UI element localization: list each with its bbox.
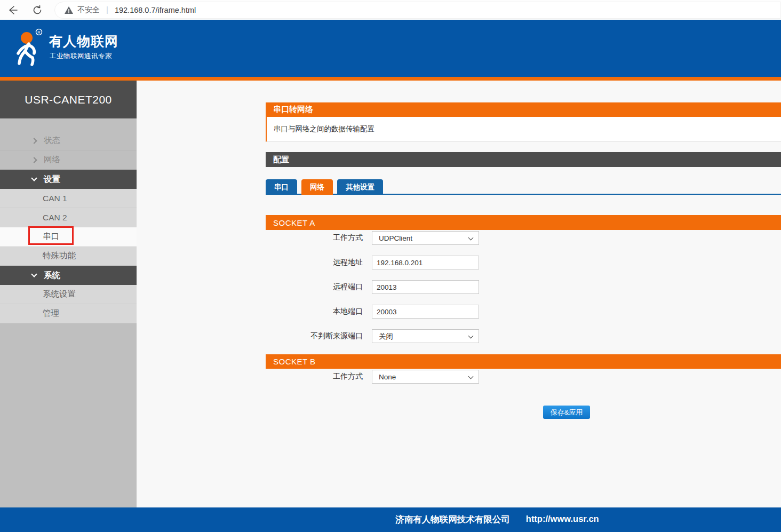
- sidebar-item-management[interactable]: 管理: [0, 304, 137, 323]
- back-icon[interactable]: [7, 5, 18, 15]
- sidebar-item-label: 系统设置: [43, 289, 76, 300]
- brand-title: 有人物联网: [49, 33, 118, 50]
- source-port-check-select[interactable]: 关闭: [372, 329, 479, 343]
- sidebar-item-serial[interactable]: 串口: [0, 227, 137, 247]
- page-title: 串口转网络: [273, 105, 313, 115]
- work-mode-label: 工作方式: [266, 233, 363, 243]
- tab-serial[interactable]: 串口: [266, 179, 297, 195]
- page-title-bar: 串口转网络: [266, 102, 781, 117]
- sidebar-item-label: 设置: [44, 174, 60, 185]
- socket-a-header: SOCKET A: [266, 215, 781, 230]
- browser-toolbar: 不安全 | 192.168.0.7/iframe.html: [0, 0, 781, 20]
- chevron-down-icon: [31, 175, 37, 181]
- chevron-right-icon: [31, 138, 37, 144]
- address-bar[interactable]: 不安全 | 192.168.0.7/iframe.html: [54, 2, 781, 19]
- remote-port-input[interactable]: [372, 280, 479, 294]
- work-mode-b-select-wrap: None: [372, 370, 479, 384]
- security-label[interactable]: 不安全: [77, 5, 100, 15]
- not-secure-warning-icon[interactable]: [65, 6, 73, 14]
- work-mode-select[interactable]: UDPClient: [372, 231, 479, 245]
- local-port-wrap: [372, 305, 479, 319]
- sidebar-item-label: 特殊功能: [43, 250, 76, 261]
- tab-other-settings[interactable]: 其他设置: [337, 179, 383, 195]
- tab-label: 其他设置: [346, 182, 374, 192]
- sidebar: USR-CANET200 状态 网络 设置 CAN 1 CAN 2 串口: [0, 81, 137, 507]
- svg-text:R: R: [37, 30, 41, 35]
- sidebar-item-settings[interactable]: 设置: [0, 170, 137, 189]
- tab-label: 网络: [310, 182, 324, 192]
- sidebar-item-label: 状态: [44, 135, 60, 146]
- sidebar-item-can1[interactable]: CAN 1: [0, 189, 137, 208]
- config-section-title: 配置: [273, 155, 289, 165]
- local-port-label: 本地端口: [266, 307, 363, 316]
- socket-b-header: SOCKET B: [266, 354, 781, 369]
- remote-address-label: 远程地址: [266, 258, 363, 267]
- url-text[interactable]: 192.168.0.7/iframe.html: [115, 6, 196, 14]
- chevron-right-icon: [31, 157, 37, 163]
- source-port-check-select-wrap: 关闭: [372, 329, 479, 343]
- tab-bar: 串口 网络 其他设置: [266, 179, 781, 195]
- accent-strip: [0, 77, 781, 81]
- footer-company: 济南有人物联网技术有限公司: [395, 514, 510, 526]
- sidebar-item-label: 系统: [44, 270, 60, 281]
- footer-url[interactable]: http://www.usr.cn: [526, 514, 599, 526]
- address-divider: |: [106, 5, 108, 14]
- local-port-input[interactable]: [372, 305, 479, 319]
- chevron-down-icon: [31, 271, 37, 277]
- form-row-remote-address: 远程地址: [266, 256, 781, 269]
- socket-a-title: SOCKET A: [273, 218, 315, 227]
- sidebar-item-label: CAN 2: [43, 213, 67, 223]
- form-row-remote-port: 远程端口: [266, 280, 781, 294]
- brand-subtitle: 工业物联网通讯专家: [50, 52, 112, 61]
- sidebar-item-system[interactable]: 系统: [0, 266, 137, 285]
- refresh-icon[interactable]: [32, 5, 43, 15]
- form-row-source-port-check: 不判断来源端口 关闭: [266, 329, 781, 343]
- form-row-work-mode-a: 工作方式 UDPClient: [266, 231, 781, 245]
- footer-text: 济南有人物联网技术有限公司 http://www.usr.cn: [395, 514, 599, 526]
- tab-label: 串口: [274, 182, 289, 192]
- work-mode-b-label: 工作方式: [266, 372, 363, 382]
- device-name: USR-CANET200: [0, 81, 137, 118]
- page: 不安全 | 192.168.0.7/iframe.html R 有人物联网 工业…: [0, 0, 781, 532]
- sidebar-item-label: CAN 1: [43, 194, 67, 203]
- sidebar-menu: 状态 网络 设置 CAN 1 CAN 2 串口 特殊功能: [0, 118, 137, 323]
- work-mode-select-wrap: UDPClient: [372, 231, 479, 245]
- footer: 济南有人物联网技术有限公司 http://www.usr.cn: [0, 507, 781, 532]
- source-port-check-label: 不判断来源端口: [266, 331, 363, 341]
- remote-address-wrap: [372, 256, 479, 269]
- sidebar-item-label: 网络: [44, 154, 60, 165]
- config-section-bar: 配置: [266, 152, 781, 167]
- usr-logo-icon: R: [14, 27, 44, 69]
- sidebar-item-status[interactable]: 状态: [0, 131, 137, 150]
- sidebar-item-network[interactable]: 网络: [0, 150, 137, 170]
- sidebar-item-can2[interactable]: CAN 2: [0, 208, 137, 227]
- sidebar-item-label: 串口: [43, 231, 59, 242]
- tab-network[interactable]: 网络: [301, 179, 333, 195]
- remote-port-wrap: [372, 280, 479, 294]
- page-description: 串口与网络之间的数据传输配置: [266, 117, 781, 142]
- sidebar-item-system-settings[interactable]: 系统设置: [0, 285, 137, 304]
- form-row-work-mode-b: 工作方式 None: [266, 370, 781, 384]
- form-row-local-port: 本地端口: [266, 305, 781, 319]
- work-mode-b-select[interactable]: None: [372, 370, 479, 384]
- main-content: 串口转网络 串口与网络之间的数据传输配置 配置 串口 网络 其他设置 SOCKE…: [137, 81, 781, 507]
- remote-address-input[interactable]: [372, 256, 479, 269]
- sidebar-item-label: 管理: [43, 308, 59, 319]
- brand-header: R 有人物联网 工业物联网通讯专家: [0, 20, 781, 77]
- save-apply-button[interactable]: 保存&应用: [543, 406, 590, 419]
- remote-port-label: 远程端口: [266, 282, 363, 292]
- sidebar-item-special-functions[interactable]: 特殊功能: [0, 247, 137, 266]
- page-description-text: 串口与网络之间的数据传输配置: [274, 124, 374, 134]
- socket-b-title: SOCKET B: [273, 357, 316, 366]
